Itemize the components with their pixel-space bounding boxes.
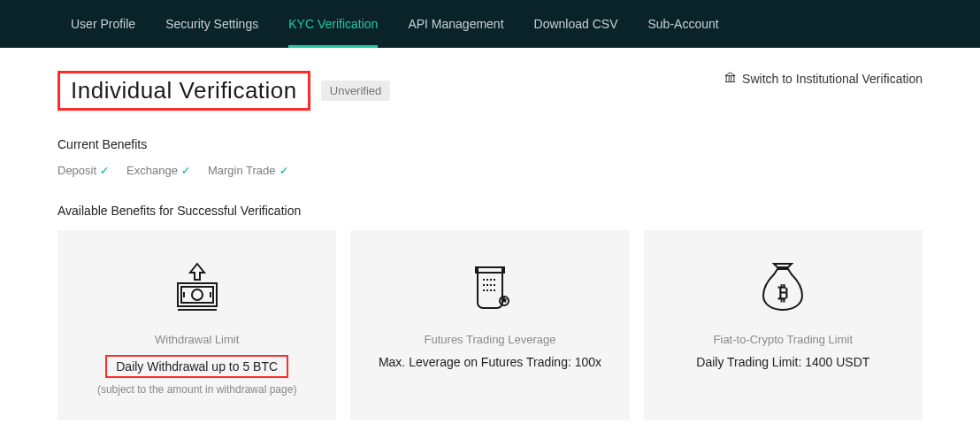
card-futures-leverage: Futures Trading Leverage Max. Leverage o…: [350, 230, 629, 420]
withdrawal-icon: [75, 257, 318, 320]
benefit-cards: Withdrawal Limit Daily Withdrawal up to …: [57, 230, 923, 420]
nav-item-download-csv[interactable]: Download CSV: [534, 0, 618, 48]
nav-item-kyc-verification[interactable]: KYC Verification: [288, 0, 378, 48]
check-icon: ✓: [279, 165, 288, 177]
check-icon: ✓: [181, 165, 190, 177]
card-fiat-crypto-limit: ₿ Fiat-to-Crypto Trading Limit Daily Tra…: [644, 230, 923, 420]
check-icon: ✓: [100, 165, 109, 177]
switch-institutional-link[interactable]: Switch to Institutional Verification: [724, 71, 923, 87]
card-value-highlight: Daily Withdrawal up to 5 BTC: [105, 355, 288, 378]
nav-item-security-settings[interactable]: Security Settings: [165, 0, 258, 48]
available-benefits-heading: Available Benefits for Successful Verifi…: [57, 204, 923, 218]
benefit-deposit: Deposit ✓: [57, 164, 109, 177]
status-badge: Unverified: [321, 81, 391, 101]
top-nav: User Profile Security Settings KYC Verif…: [0, 0, 980, 48]
title-wrap: Individual Verification Unverified: [57, 71, 390, 111]
benefit-margin-trade: Margin Trade ✓: [208, 164, 288, 177]
card-title: Withdrawal Limit: [75, 333, 318, 346]
moneybag-icon: ₿: [662, 257, 905, 320]
nav-item-sub-account[interactable]: Sub-Account: [647, 0, 718, 48]
svg-text:₿: ₿: [777, 281, 788, 304]
card-title: Fiat-to-Crypto Trading Limit: [662, 333, 905, 346]
nav-item-api-management[interactable]: API Management: [408, 0, 503, 48]
scroll-icon: [368, 257, 611, 320]
nav-item-user-profile[interactable]: User Profile: [71, 0, 135, 48]
card-value: Daily Trading Limit: 1400 USDT: [662, 355, 905, 369]
card-title: Futures Trading Leverage: [368, 333, 611, 346]
page-title-highlight: Individual Verification: [57, 71, 310, 111]
switch-institutional-label: Switch to Institutional Verification: [742, 72, 923, 86]
card-sub: (subject to the amount in withdrawal pag…: [75, 383, 318, 396]
svg-point-2: [192, 289, 203, 300]
page-content: Individual Verification Unverified Switc…: [0, 48, 980, 447]
institution-icon: [724, 71, 737, 87]
page-header: Individual Verification Unverified Switc…: [57, 71, 923, 111]
current-benefits-heading: Current Benefits: [57, 137, 923, 151]
card-value: Daily Withdrawal up to 5 BTC: [116, 359, 278, 374]
benefit-exchange: Exchange ✓: [126, 164, 190, 177]
page-title: Individual Verification: [71, 77, 297, 104]
card-withdrawal-limit: Withdrawal Limit Daily Withdrawal up to …: [57, 230, 336, 420]
current-benefits-list: Deposit ✓ Exchange ✓ Margin Trade ✓: [57, 164, 923, 177]
card-value: Max. Leverage on Futures Trading: 100x: [368, 355, 611, 369]
